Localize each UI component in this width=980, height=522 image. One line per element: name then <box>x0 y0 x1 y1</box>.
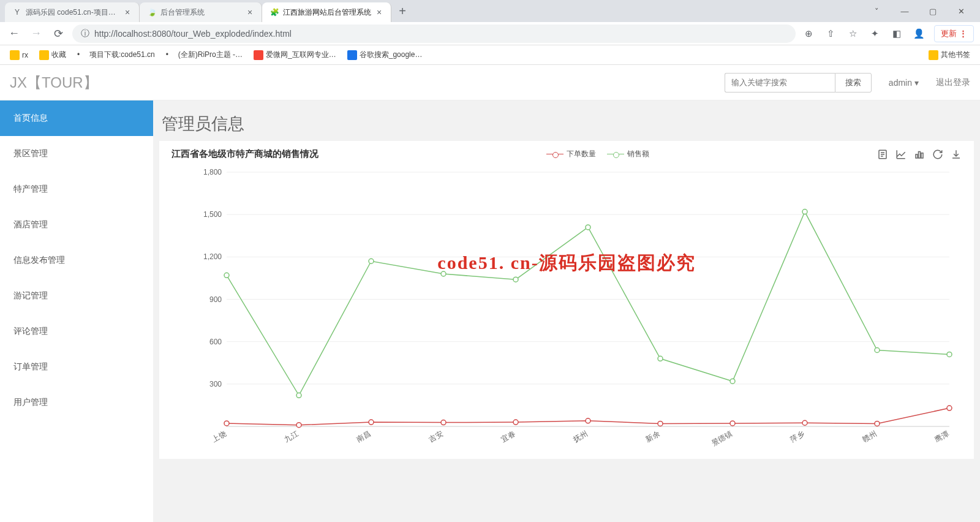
browser-chrome: Y 源码乐园 code51.cn-项目论文代 ×🍃 后台管理系统 ×🧩 江西旅游… <box>0 0 980 65</box>
bookmark-item[interactable]: •(全新)RiPro主题 -… <box>166 50 243 60</box>
back-button[interactable]: ← <box>6 26 22 42</box>
svg-rect-8 <box>921 153 923 157</box>
browser-tab[interactable]: 🍃 后台管理系统 × <box>140 2 262 22</box>
sidebar-item[interactable]: 酒店管理 <box>0 207 153 243</box>
browser-tab[interactable]: 🧩 江西旅游网站后台管理系统 × <box>262 2 391 22</box>
sidebar-item[interactable]: 信息发布管理 <box>0 243 153 278</box>
bookmark-label: 爱微网_互联网专业… <box>266 50 336 60</box>
chart-holder: 3006009001,2001,5001,800上饶九江南昌吉安宜春抚州新余景德… <box>172 160 962 454</box>
bookmark-label: (全新)RiPro主题 -… <box>178 50 243 60</box>
tab-bar: Y 源码乐园 code51.cn-项目论文代 ×🍃 后台管理系统 ×🧩 江西旅游… <box>0 0 980 22</box>
svg-point-35 <box>296 393 301 398</box>
extensions-icon[interactable]: ✦ <box>868 27 881 40</box>
sidebar-item[interactable]: 订单管理 <box>0 349 153 385</box>
star-icon[interactable]: ☆ <box>846 27 859 40</box>
svg-text:景德镇: 景德镇 <box>710 429 733 447</box>
legend-item[interactable]: 销售额 <box>607 149 649 159</box>
minimize-button[interactable]: ― <box>891 1 919 21</box>
url-text: http://localhost:8080/tour_Web_exploded/… <box>94 29 292 39</box>
forward-button[interactable]: → <box>28 26 44 42</box>
svg-text:1,800: 1,800 <box>203 168 222 176</box>
sidebar-item[interactable]: 首页信息 <box>0 100 153 136</box>
close-tab-icon[interactable]: × <box>123 8 132 17</box>
share-icon[interactable]: ⇧ <box>824 27 837 40</box>
chart-panel: 江西省各地级市特产商城的销售情况 下单数量销售额 3006009001,2001… <box>159 141 974 459</box>
search-input[interactable] <box>725 73 835 93</box>
sidebar-item[interactable]: 景区管理 <box>0 136 153 172</box>
svg-point-38 <box>513 277 518 282</box>
svg-text:抚州: 抚州 <box>571 429 589 444</box>
svg-point-39 <box>586 225 590 230</box>
close-tab-icon[interactable]: × <box>375 8 383 17</box>
svg-point-33 <box>947 406 952 410</box>
bookmark-label: 收藏 <box>51 50 66 60</box>
search-button[interactable]: 搜索 <box>835 73 872 93</box>
svg-point-43 <box>875 348 880 353</box>
tab-title: 后台管理系统 <box>160 7 242 18</box>
site-info-icon[interactable]: ⓘ <box>81 28 89 39</box>
bookmark-item[interactable]: 爱微网_互联网专业… <box>254 50 336 60</box>
svg-rect-7 <box>919 151 921 158</box>
svg-point-31 <box>802 420 807 425</box>
legend-label: 下单数量 <box>567 149 596 159</box>
svg-point-28 <box>586 418 590 423</box>
svg-text:900: 900 <box>209 295 222 304</box>
svg-point-27 <box>513 420 518 425</box>
sidepanel-icon[interactable]: ◧ <box>890 27 903 40</box>
favicon-icon: 🧩 <box>270 7 279 17</box>
close-tab-icon[interactable]: × <box>246 8 254 17</box>
sidebar-item[interactable]: 特产管理 <box>0 172 153 207</box>
chart-svg: 3006009001,2001,5001,800上饶九江南昌吉安宜春抚州新余景德… <box>172 160 962 454</box>
sidebar-item[interactable]: 游记管理 <box>0 278 153 314</box>
logout-link[interactable]: 退出登录 <box>936 77 970 88</box>
svg-point-25 <box>369 420 374 425</box>
chrome-update-button[interactable]: 更新 ⋮ <box>934 25 974 42</box>
svg-point-23 <box>224 421 229 426</box>
svg-point-40 <box>658 356 663 361</box>
admin-menu[interactable]: admin▾ <box>889 78 919 88</box>
svg-text:上饶: 上饶 <box>211 429 228 444</box>
zoom-icon[interactable]: ⊕ <box>802 27 815 40</box>
bookmark-item[interactable]: 收藏 <box>39 50 66 60</box>
close-window-button[interactable]: ✕ <box>947 1 975 21</box>
bookmark-label: 项目下载:code51.cn <box>89 50 155 60</box>
sidebar-item[interactable]: 用户管理 <box>0 385 153 420</box>
data-view-icon[interactable] <box>877 149 888 160</box>
bookmark-item[interactable]: rx <box>10 50 28 60</box>
sidebar-item[interactable]: 评论管理 <box>0 314 153 349</box>
bookmark-item[interactable]: 谷歌搜索_google… <box>347 50 423 60</box>
svg-point-42 <box>802 210 807 214</box>
bar-chart-icon[interactable] <box>914 149 925 160</box>
svg-point-41 <box>730 379 735 384</box>
address-bar: ← → ⟳ ⓘ http://localhost:8080/tour_Web_e… <box>0 22 980 45</box>
refresh-icon[interactable] <box>932 149 943 160</box>
sidebar: 首页信息景区管理特产管理酒店管理信息发布管理游记管理评论管理订单管理用户管理 <box>0 100 153 522</box>
chart-title: 江西省各地级市特产商城的销售情况 <box>172 148 318 160</box>
svg-text:九江: 九江 <box>283 429 300 444</box>
search-box: 搜索 <box>725 73 872 93</box>
svg-point-24 <box>296 423 301 428</box>
bookmark-bar: rx收藏•项目下载:code51.cn•(全新)RiPro主题 -…爱微网_互联… <box>0 45 980 65</box>
other-bookmarks[interactable]: 其他书签 <box>929 50 970 60</box>
new-tab-button[interactable]: + <box>394 2 411 20</box>
download-icon[interactable] <box>951 149 962 160</box>
svg-text:鹰潭: 鹰潭 <box>933 429 951 444</box>
maximize-button[interactable]: ▢ <box>919 1 947 21</box>
svg-rect-6 <box>916 154 918 158</box>
svg-point-37 <box>441 271 446 276</box>
legend-item[interactable]: 下单数量 <box>546 149 596 159</box>
app-logo: JX【TOUR】 <box>10 73 98 93</box>
line-chart-icon[interactable] <box>895 149 907 160</box>
reload-button[interactable]: ⟳ <box>50 26 66 42</box>
svg-point-44 <box>947 352 952 357</box>
browser-tab[interactable]: Y 源码乐园 code51.cn-项目论文代 × <box>5 2 140 22</box>
account-icon[interactable]: 👤 <box>912 27 925 40</box>
url-box[interactable]: ⓘ http://localhost:8080/tour_Web_explode… <box>72 25 796 43</box>
bookmark-item[interactable]: •项目下载:code51.cn <box>77 50 155 60</box>
page-title: 管理员信息 <box>162 113 974 135</box>
chrome-dropdown-icon[interactable]: ˅ <box>862 1 891 21</box>
svg-text:萍乡: 萍乡 <box>789 429 806 444</box>
svg-point-34 <box>224 273 229 278</box>
svg-point-30 <box>730 421 735 426</box>
bookmark-label: rx <box>22 51 28 59</box>
